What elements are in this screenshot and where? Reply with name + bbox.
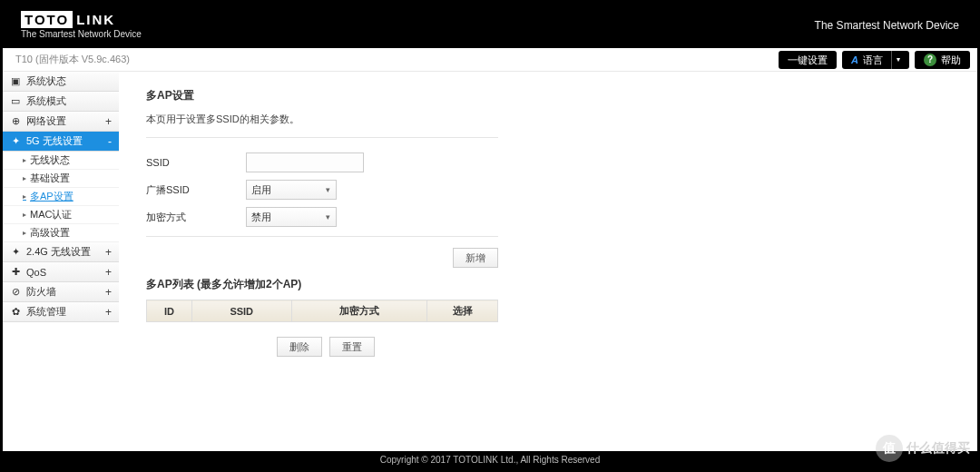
tagline: The Smartest Network Device: [21, 29, 142, 39]
col-ssid: SSID: [191, 300, 291, 322]
monitor-icon: ▣: [10, 76, 21, 87]
ssid-input[interactable]: [246, 152, 364, 172]
sidebar-sub-multi-ap[interactable]: 多AP设置: [3, 188, 119, 206]
sidebar-item-system-status[interactable]: ▣系统状态: [3, 72, 119, 92]
ap-table: ID SSID 加密方式 选择: [146, 300, 498, 322]
expand-icon: +: [105, 306, 112, 319]
sidebar-sub-wireless-status[interactable]: 无线状态: [3, 152, 119, 170]
expand-icon: +: [105, 115, 112, 128]
expand-icon: +: [105, 286, 112, 299]
col-encryption: 加密方式: [291, 300, 427, 322]
sidebar-item-24g-wireless[interactable]: ✦2.4G 无线设置+: [3, 242, 119, 262]
gear-icon: ✿: [10, 307, 21, 318]
ssid-label: SSID: [146, 157, 246, 168]
divider: [146, 137, 498, 138]
broadcast-ssid-select[interactable]: 启用: [246, 180, 337, 200]
logo-text-l: TOTO: [21, 11, 73, 28]
footer: Copyright © 2017 TOTOLINK Ltd., All Righ…: [3, 451, 977, 469]
shield-icon: ⊘: [10, 287, 21, 298]
sidebar-item-network[interactable]: ⊕网络设置+: [3, 112, 119, 132]
col-id: ID: [147, 300, 192, 322]
sidebar-item-label: 网络设置: [26, 114, 66, 128]
divider: [146, 236, 498, 237]
sidebar-item-label: 系统状态: [26, 74, 66, 88]
main-panel: 多AP设置 本页用于设置多SSID的相关参数。 SSID 广播SSID 启用 加…: [119, 72, 977, 451]
collapse-icon: -: [108, 135, 112, 148]
help-button[interactable]: ?帮助: [915, 51, 970, 69]
broadcast-ssid-label: 广播SSID: [146, 183, 246, 197]
sidebar-sub-mac-auth[interactable]: MAC认证: [3, 206, 119, 224]
wifi-icon: ✦: [10, 136, 21, 147]
col-select: 选择: [427, 300, 498, 322]
encryption-select[interactable]: 禁用: [246, 207, 337, 227]
sidebar-item-label: 系统模式: [26, 94, 66, 108]
header-slogan: The Smartest Network Device: [815, 19, 959, 32]
expand-icon: +: [105, 266, 112, 279]
logo: TOTOLINK The Smartest Network Device: [21, 12, 142, 39]
logo-text-r: LINK: [76, 12, 115, 27]
help-icon: ?: [924, 54, 936, 66]
toolbar: T10 (固件版本 V5.9c.463) 一键设置 A语言▾ ?帮助: [3, 48, 977, 72]
page-description: 本页用于设置多SSID的相关参数。: [146, 113, 950, 126]
sidebar-item-firewall[interactable]: ⊘防火墙+: [3, 282, 119, 302]
wifi-icon: ✦: [10, 247, 21, 258]
page-title: 多AP设置: [146, 88, 950, 103]
sidebar-sub-basic-settings[interactable]: 基础设置: [3, 170, 119, 188]
mode-icon: ▭: [10, 96, 21, 107]
header-bar: TOTOLINK The Smartest Network Device The…: [3, 3, 977, 48]
network-icon: ⊕: [10, 116, 21, 127]
sidebar-item-label: 防火墙: [26, 285, 56, 299]
sidebar-item-qos[interactable]: ✚QoS+: [3, 262, 119, 282]
chevron-down-icon: ▾: [891, 51, 900, 69]
sidebar-item-label: QoS: [26, 267, 46, 278]
sidebar-item-system-mode[interactable]: ▭系统模式: [3, 92, 119, 112]
sidebar-sub-advanced[interactable]: 高级设置: [3, 224, 119, 242]
encryption-label: 加密方式: [146, 211, 246, 224]
firmware-label: T10 (固件版本 V5.9c.463): [10, 53, 130, 66]
qos-icon: ✚: [10, 267, 21, 278]
reset-button[interactable]: 重置: [329, 337, 375, 357]
language-icon: A: [851, 51, 858, 69]
language-button[interactable]: A语言▾: [842, 51, 909, 69]
one-click-setup-button[interactable]: 一键设置: [779, 51, 837, 69]
sidebar-item-system-admin[interactable]: ✿系统管理+: [3, 302, 119, 322]
sidebar-item-label: 5G 无线设置: [26, 134, 83, 148]
sidebar: ▣系统状态 ▭系统模式 ⊕网络设置+ ✦5G 无线设置- 无线状态 基础设置 多…: [3, 72, 119, 451]
add-button[interactable]: 新增: [453, 248, 498, 268]
ap-list-title: 多AP列表 (最多允许增加2个AP): [146, 277, 950, 292]
sidebar-item-label: 系统管理: [26, 305, 66, 319]
expand-icon: +: [105, 246, 112, 259]
delete-button[interactable]: 删除: [277, 337, 322, 357]
sidebar-item-5g-wireless[interactable]: ✦5G 无线设置-: [3, 132, 119, 152]
sidebar-item-label: 2.4G 无线设置: [26, 245, 91, 259]
